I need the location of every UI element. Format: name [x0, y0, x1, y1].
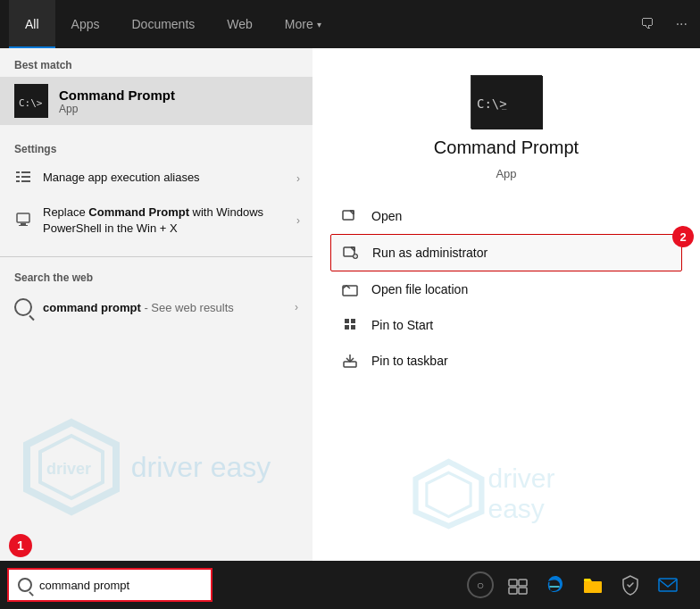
search-box[interactable]: command prompt	[7, 568, 212, 602]
manage-aliases-label: Manage app execution aliases	[43, 170, 298, 186]
store-icon	[620, 574, 641, 596]
action-pin-taskbar-label: Pin to taskbar	[371, 354, 448, 368]
taskbar-search-icon	[18, 578, 32, 592]
nav-actions: 🗨 ···	[637, 13, 691, 36]
svg-text:C:\>: C:\>	[19, 97, 43, 109]
actions-list: Open Run as administrato	[312, 198, 700, 379]
tab-documents[interactable]: Documents	[115, 0, 211, 48]
badge-2: 2	[672, 226, 694, 247]
web-query-text: command prompt - See web results	[43, 301, 234, 314]
taskbar: command prompt ○	[0, 561, 700, 609]
svg-rect-25	[345, 319, 349, 323]
cortana-button[interactable]: ○	[466, 571, 495, 599]
svg-text:_: _	[502, 101, 507, 110]
cmd-icon-svg: C:\>	[15, 88, 47, 113]
task-view-icon	[508, 575, 528, 595]
svg-marker-32	[427, 472, 471, 516]
svg-rect-27	[345, 325, 349, 330]
manage-aliases-arrow: ›	[296, 172, 300, 185]
nav-tabs: All Apps Documents Web More ▾	[9, 0, 338, 48]
action-run-admin[interactable]: Run as administrator 2	[330, 234, 682, 271]
detail-pane: C:\> _ Command Prompt App	[312, 48, 700, 609]
svg-rect-9	[21, 223, 26, 225]
monitor-icon	[14, 213, 32, 229]
mail-button[interactable]	[654, 571, 682, 599]
pin-taskbar-icon	[341, 352, 359, 370]
svg-rect-6	[16, 180, 20, 182]
web-arrow: ›	[295, 301, 298, 313]
svg-rect-33	[509, 580, 517, 586]
svg-rect-38	[659, 579, 677, 591]
svg-rect-28	[351, 325, 355, 330]
svg-rect-5	[21, 176, 30, 178]
divider	[0, 256, 312, 257]
open-location-icon	[341, 280, 359, 298]
settings-title: Settings	[0, 132, 312, 161]
file-explorer-button[interactable]	[579, 571, 607, 599]
best-match-item[interactable]: C:\> Command Prompt App	[0, 77, 312, 125]
svg-rect-2	[16, 171, 20, 173]
run-admin-icon	[342, 244, 360, 262]
more-dropdown-arrow: ▾	[317, 20, 321, 29]
web-search-title: Search the web	[0, 261, 312, 289]
replace-cmd-item[interactable]: Replace Command Prompt with Windows Powe…	[0, 196, 312, 246]
more-options-button[interactable]: ···	[672, 13, 691, 36]
tab-more-label: More	[285, 17, 313, 31]
tab-more[interactable]: More ▾	[269, 0, 338, 48]
action-open-location-label: Open file location	[371, 282, 468, 296]
action-open-location[interactable]: Open file location	[330, 271, 682, 307]
app-large-thumbnail: C:\> _	[471, 75, 542, 129]
detail-app-name: Command Prompt	[434, 138, 579, 158]
taskbar-search-text: command prompt	[39, 579, 129, 592]
action-open-label: Open	[371, 209, 402, 223]
replace-cmd-arrow: ›	[296, 214, 300, 227]
top-nav: All Apps Documents Web More ▾ 🗨 ···	[0, 0, 700, 48]
tab-apps[interactable]: Apps	[55, 0, 116, 48]
svg-rect-3	[21, 171, 30, 173]
best-match-type: App	[59, 103, 175, 115]
open-icon	[341, 207, 359, 225]
web-search-icon	[14, 298, 32, 316]
settings-section: Settings Manage app execution aliases	[0, 125, 312, 253]
detail-app-type: App	[496, 167, 516, 180]
tab-all-label: All	[25, 17, 39, 31]
tab-web-label: Web	[227, 17, 253, 31]
svg-rect-37	[584, 581, 602, 593]
svg-rect-10	[19, 225, 28, 226]
action-pin-start-label: Pin to Start	[371, 318, 433, 332]
web-query: command prompt	[43, 301, 141, 314]
tab-web[interactable]: Web	[211, 0, 269, 48]
tab-documents-label: Documents	[131, 17, 195, 31]
web-search-item[interactable]: command prompt - See web results ›	[0, 289, 312, 325]
web-suffix: - See web results	[141, 301, 234, 314]
action-open[interactable]: Open	[330, 198, 682, 234]
action-pin-start[interactable]: Pin to Start	[330, 307, 682, 343]
watermark-brand: driver easy	[89, 451, 312, 484]
action-run-admin-label: Run as administrator	[372, 246, 488, 260]
cortana-icon: ○	[467, 571, 494, 598]
edge-button[interactable]	[541, 571, 570, 599]
replace-cmd-label: Replace Command Prompt with Windows Powe…	[43, 204, 298, 237]
feedback-button[interactable]: 🗨	[637, 13, 658, 36]
detail-watermark-text: driver easy	[488, 463, 603, 524]
svg-rect-35	[509, 588, 517, 594]
svg-text:driver: driver	[46, 460, 91, 478]
file-explorer-icon	[582, 574, 604, 596]
results-pane: Best match C:\> Command Prompt App Setti…	[0, 48, 312, 609]
manage-aliases-item[interactable]: Manage app execution aliases ›	[0, 161, 312, 196]
svg-rect-8	[17, 213, 29, 222]
tab-apps-label: Apps	[71, 17, 100, 31]
list-icon	[14, 170, 32, 187]
action-pin-taskbar[interactable]: Pin to taskbar	[330, 343, 682, 379]
mail-icon	[657, 574, 679, 596]
store-button[interactable]	[616, 571, 645, 599]
tab-all[interactable]: All	[9, 0, 55, 48]
taskbar-icons: ○	[466, 571, 700, 599]
svg-rect-4	[16, 176, 20, 178]
svg-rect-36	[519, 588, 527, 594]
edge-icon	[545, 574, 566, 596]
task-view-button[interactable]	[504, 571, 532, 599]
search-panel: Best match C:\> Command Prompt App Setti…	[0, 48, 700, 609]
app-header: C:\> _ Command Prompt App	[312, 48, 700, 198]
svg-rect-26	[351, 319, 355, 323]
